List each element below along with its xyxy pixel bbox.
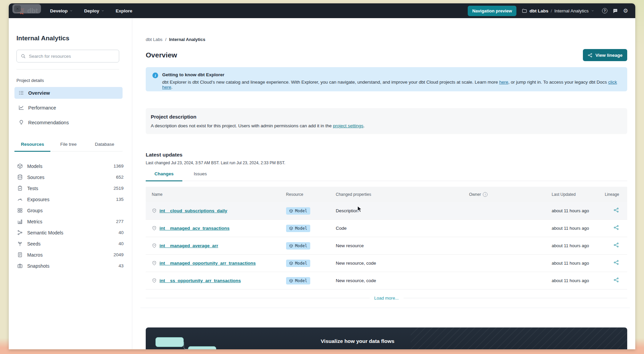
explorer-info-banner: i Getting to know dbt Explorer dbt Explo… xyxy=(146,67,627,91)
project-details-label: Project details xyxy=(16,78,124,83)
resource-row-seeds[interactable]: Seeds 40 xyxy=(16,238,124,249)
divider xyxy=(404,298,628,298)
table-row[interactable]: int__cloud_subscriptions_daily Model Des… xyxy=(146,202,627,220)
resource-row-sources[interactable]: Sources 652 xyxy=(16,172,124,183)
lineage-icon[interactable] xyxy=(613,207,619,213)
resource-badge-label: Model xyxy=(295,226,307,231)
resource-count: 2519 xyxy=(113,186,124,191)
model-link[interactable]: int__managed_opportunity_arr_transaction… xyxy=(159,261,256,266)
sidebar-project-title: Internal Analytics xyxy=(16,35,124,42)
account-project-switcher[interactable]: dbt Labs / Internal Analytics xyxy=(522,8,594,13)
nav-item-explore[interactable]: Explore xyxy=(116,8,133,13)
project-settings-link[interactable]: project settings xyxy=(333,123,364,128)
cube-icon xyxy=(289,209,293,213)
resource-label: Tests xyxy=(27,186,38,191)
nav-item-develop[interactable]: Develop xyxy=(50,8,73,13)
description-text: A description does not exist for this pr… xyxy=(151,123,333,128)
search-input[interactable] xyxy=(29,54,115,59)
divider xyxy=(140,308,630,308)
info-icon: i xyxy=(152,73,158,78)
app-window: ✕ dbt Develop Deploy Explore Navigation … xyxy=(9,3,635,349)
table-row[interactable]: int__managed_average_arr Model New resou… xyxy=(146,237,627,255)
gear-icon: ⚙ xyxy=(623,8,628,14)
load-more-link[interactable]: Load more... xyxy=(374,296,399,301)
model-link[interactable]: int__managed_average_arr xyxy=(159,243,218,248)
search-box[interactable] xyxy=(16,50,119,62)
breadcrumb-separator: / xyxy=(551,8,552,13)
model-link[interactable]: int__managed_acv_transactions xyxy=(159,226,230,231)
resource-count: 1369 xyxy=(113,164,124,169)
column-last-updated: Last Updated xyxy=(552,192,600,197)
cube-icon xyxy=(289,261,293,265)
view-lineage-button[interactable]: View lineage xyxy=(583,49,627,61)
shield-icon xyxy=(152,243,157,248)
lightbulb-icon xyxy=(18,120,24,125)
sidebar-item-performance[interactable]: Performance xyxy=(14,102,123,114)
resource-badge-label: Model xyxy=(295,261,307,266)
database-icon xyxy=(17,174,23,180)
nav-item-deploy-label: Deploy xyxy=(84,8,99,13)
account-name: dbt Labs xyxy=(530,8,548,13)
resource-label: Exposures xyxy=(27,197,49,202)
changed-properties: New resource, code xyxy=(336,261,469,266)
feedback-button[interactable] xyxy=(612,8,618,14)
lineage-icon[interactable] xyxy=(613,242,619,248)
tab-database[interactable]: Database xyxy=(87,142,123,152)
resource-row-macros[interactable]: Macros 2049 xyxy=(16,249,124,260)
sidebar-item-recommendations[interactable]: Recommendations xyxy=(14,117,123,128)
tab-resources[interactable]: Resources xyxy=(14,142,50,152)
tab-changes[interactable]: Changes xyxy=(146,171,182,181)
resource-badge-label: Model xyxy=(295,209,307,213)
sidebar: Internal Analytics Project details Overv… xyxy=(9,18,132,349)
model-link[interactable]: int__ss_opportunity_arr_transactions xyxy=(159,278,241,283)
bar-chart-icon xyxy=(17,219,23,224)
resource-row-snapshots[interactable]: Snapshots 43 xyxy=(16,260,124,271)
navigation-preview-button[interactable]: Navigation preview xyxy=(468,6,516,16)
table-row[interactable]: int__managed_opportunity_arr_transaction… xyxy=(146,255,627,272)
resource-row-metrics[interactable]: Metrics 277 xyxy=(16,216,124,227)
sidebar-item-label: Recommendations xyxy=(28,120,69,125)
tab-issues[interactable]: Issues xyxy=(185,171,216,181)
banner-body-text: dbt Explorer is dbt Cloud's new catalog … xyxy=(162,80,499,85)
breadcrumb-current: Internal Analytics xyxy=(169,37,205,42)
project-description-body: A description does not exist for this pr… xyxy=(151,123,622,128)
resource-count: 652 xyxy=(116,175,124,180)
tab-file-tree[interactable]: File tree xyxy=(50,142,86,152)
help-button[interactable]: ? xyxy=(602,8,608,14)
resource-badge: Model xyxy=(286,207,310,215)
nav-item-deploy[interactable]: Deploy xyxy=(84,8,104,13)
breadcrumb-account[interactable]: dbt Labs xyxy=(146,37,163,42)
project-name: Internal Analytics xyxy=(554,8,589,13)
resource-label: Semantic Models xyxy=(27,230,63,235)
settings-button[interactable]: ⚙ xyxy=(623,8,629,14)
last-updated: about 11 hours ago xyxy=(552,243,600,248)
resource-row-tests[interactable]: Tests 2519 xyxy=(16,183,124,194)
lineage-node-preview xyxy=(188,346,216,349)
resource-row-models[interactable]: Models 1369 xyxy=(16,161,124,172)
resource-count: 40 xyxy=(119,241,124,246)
resource-row-exposures[interactable]: Exposures 135 xyxy=(16,194,124,205)
model-link[interactable]: int__cloud_subscriptions_daily xyxy=(159,208,227,213)
breadcrumb: dbt Labs / Internal Analytics xyxy=(146,37,627,42)
promo-title: Visualize how your data flows xyxy=(321,338,394,344)
table-row[interactable]: int__ss_opportunity_arr_transactions Mod… xyxy=(146,272,627,290)
resource-badge-label: Model xyxy=(295,278,307,283)
sidebar-item-label: Performance xyxy=(28,105,56,110)
shield-icon xyxy=(152,208,157,213)
lineage-icon[interactable] xyxy=(613,225,619,230)
resource-badge-label: Model xyxy=(295,244,307,248)
table-row[interactable]: int__managed_acv_transactions Model Code… xyxy=(146,220,627,237)
resource-label: Models xyxy=(27,164,42,169)
chevron-down-icon xyxy=(591,9,594,12)
sidebar-item-overview[interactable]: Overview xyxy=(14,87,123,99)
resource-count: 43 xyxy=(119,263,124,268)
top-nav: dbt Develop Deploy Explore Navigation pr… xyxy=(9,3,635,18)
lineage-promo-banner[interactable]: Visualize how your data flows xyxy=(146,327,627,349)
resource-row-semantic-models[interactable]: Semantic Models 40 xyxy=(16,227,124,238)
resource-row-groups[interactable]: Groups xyxy=(16,205,124,216)
lineage-icon[interactable] xyxy=(613,260,619,265)
clipboard-check-icon xyxy=(17,185,23,191)
lineage-icon[interactable] xyxy=(613,277,619,283)
project-description-title: Project description xyxy=(151,114,622,120)
learn-more-link[interactable]: here xyxy=(499,80,508,85)
